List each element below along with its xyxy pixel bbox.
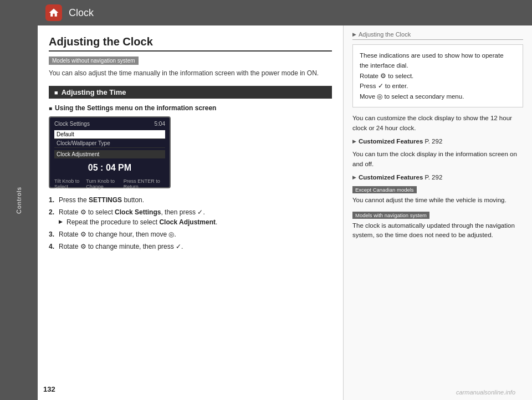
step-1: 1. Press the SETTINGS button. (49, 195, 332, 205)
header-title: Clock (69, 7, 94, 19)
right-panel: Adjusting the Clock These indications ar… (344, 25, 532, 400)
step-3: 3. Rotate ⚙ to change hour, then move ◎. (49, 229, 332, 239)
right-text-2: You can turn the clock display in the in… (352, 149, 523, 170)
section-title: Adjusting the Clock (49, 35, 332, 52)
step-2-bold: Clock Settings (115, 208, 161, 216)
badge-except-canada: Except Canadian models (352, 186, 417, 193)
feature-link-1: Customized Features P. 292 (352, 138, 523, 145)
subsection-label: Adjusting the Time (62, 88, 126, 96)
box-line-1: These indications are used to show how t… (360, 50, 516, 60)
badge-no-nav: Models without navigation system (49, 57, 139, 65)
step-3-num: 3. (49, 229, 54, 239)
sub-sub-label: Using the Settings menu on the informati… (55, 104, 216, 112)
box-line-2: the interface dial. (360, 60, 516, 70)
sidebar: Controls (0, 0, 38, 400)
content-area: Adjusting the Clock Models without navig… (38, 25, 532, 400)
watermark: carmanualsonline.info (456, 389, 515, 396)
feature-2-page: P. 292 (425, 174, 443, 181)
note-3-text: The clock is automatically updated throu… (352, 221, 523, 240)
step-2-sub: Repeat the procedure to select Clock Adj… (59, 217, 332, 227)
screen-footer-mid: Turn Knob to Change (86, 178, 124, 189)
screen-item-wallpaper: Clock/Wallpaper Type (54, 139, 165, 148)
screen-footer-right: Press ENTER to Return (124, 178, 165, 189)
step-4-num: 4. (49, 242, 54, 252)
step-2: 2. Rotate ⚙ to select Clock Settings, th… (49, 207, 332, 227)
screen-time-display: 05 : 04 PM (54, 161, 165, 175)
feature-1-bold: Customized Features (359, 138, 423, 145)
badge-nav-system: Models with navigation system (352, 212, 429, 219)
step-1-num: 1. (49, 195, 54, 205)
feature-link-2: Customized Features P. 292 (352, 174, 523, 181)
box-line-5: Move ◎ to select a secondary menu. (360, 91, 516, 101)
screen-footer: Tilt Knob to Select Turn Knob to Change … (54, 178, 165, 189)
step-2-num: 2. (49, 207, 54, 217)
step-1-bold: SETTINGS (89, 196, 122, 204)
intro-text: You can also adjust the time manually in… (49, 68, 332, 78)
note-2-text: You cannot adjust the time while the veh… (352, 196, 523, 205)
home-svg (48, 7, 59, 18)
screen-mockup: Clock Settings 5:04 Default Clock/Wallpa… (49, 116, 171, 188)
main-content: Clock Adjusting the Clock Models without… (38, 0, 532, 400)
header-bar: Clock (38, 0, 532, 25)
steps-list: 1. Press the SETTINGS button. 2. Rotate … (49, 195, 332, 252)
screen-top-bar: Clock Settings 5:04 (54, 121, 165, 127)
screen-adjustment-header: Clock Adjustment (54, 150, 165, 158)
home-icon (45, 4, 62, 21)
subsection-header: Adjusting the Time (49, 86, 332, 99)
sub-sub-title: Using the Settings menu on the informati… (49, 104, 332, 112)
feature-2-bold: Customized Features (359, 174, 423, 181)
step-4: 4. Rotate ⚙ to change minute, then press… (49, 242, 332, 252)
right-panel-title: Adjusting the Clock (352, 31, 523, 40)
page-number: 132 (43, 385, 55, 393)
feature-1-page: P. 292 (425, 138, 443, 145)
screen-time: 5:04 (155, 121, 165, 127)
screen-item-default: Default (54, 130, 165, 139)
box-line-4: Press ✓ to enter. (360, 81, 516, 91)
box-line-3: Rotate ⚙ to select. (360, 71, 516, 81)
screen-title: Clock Settings (54, 121, 90, 127)
right-text-1: You can customize the clock display to s… (352, 113, 523, 134)
sidebar-label: Controls (16, 187, 22, 214)
info-box: These indications are used to show how t… (352, 44, 523, 107)
screen-footer-left: Tilt Knob to Select (54, 178, 86, 189)
left-panel: Adjusting the Clock Models without navig… (38, 25, 344, 400)
